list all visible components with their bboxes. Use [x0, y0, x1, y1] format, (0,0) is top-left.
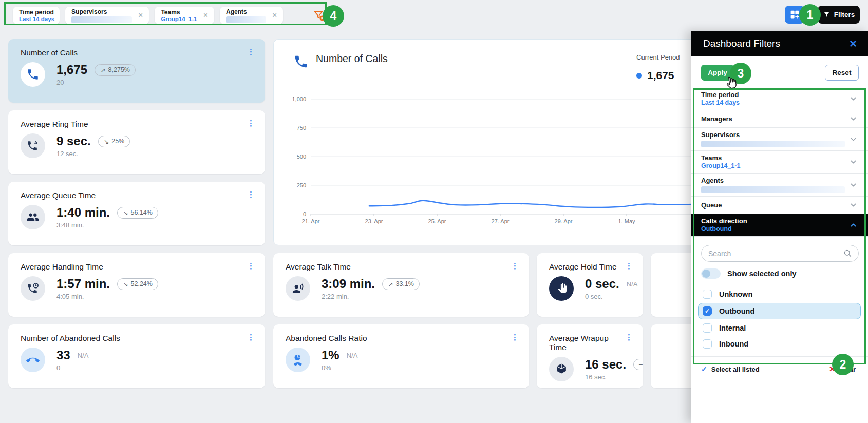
dashboard-customize-icon: [789, 9, 800, 20]
trend-badge: ↘56.14%: [117, 207, 158, 219]
na-label: N/A: [347, 352, 358, 359]
option-label: Outbound: [719, 307, 754, 315]
svg-text:1. May: 1. May: [618, 218, 635, 224]
chevron-down-icon: [849, 181, 858, 189]
kpi-title: Number of Calls: [21, 48, 78, 57]
chip-remove-icon[interactable]: ×: [271, 11, 278, 20]
trend-badge: ↘52.24%: [117, 278, 158, 290]
filter-section-value: Group14_1-1: [701, 162, 740, 170]
show-selected-only-toggle[interactable]: [701, 268, 721, 279]
option-internal[interactable]: Internal: [698, 321, 861, 335]
reset-button[interactable]: Reset: [825, 65, 859, 81]
kpi-previous-value: 12 sec.: [56, 150, 130, 158]
filter-section-label: Managers: [701, 115, 732, 123]
kpi-previous-value: 0 sec.: [585, 293, 637, 300]
kpi-previous-value: 2:22 min.: [322, 293, 420, 300]
trend-down-arrow-icon: ↘: [123, 209, 128, 217]
filters-button[interactable]: Filters: [818, 6, 860, 24]
option-unknown[interactable]: Unknown: [698, 287, 861, 301]
kebab-menu-icon[interactable]: ⋮: [244, 48, 258, 55]
chevron-down-icon: [849, 158, 858, 166]
topbar: Time periodLast 14 daysSupervisors×Teams…: [0, 0, 868, 31]
kpi-card-average-handling-time[interactable]: Average Handling Time ⋮ 1:57 min. ↘52.24…: [8, 253, 265, 317]
chip-value: Last 14 days: [19, 16, 54, 23]
active-filter-chips: Time periodLast 14 daysSupervisors×Teams…: [13, 7, 283, 24]
filter-chip-time-period[interactable]: Time periodLast 14 days: [13, 7, 60, 24]
kpi-card-average-ring-time[interactable]: Average Ring Time ⋮ 9 sec. ↘25% 12 sec.: [8, 110, 265, 174]
filter-section-managers[interactable]: Managers: [691, 110, 868, 128]
svg-text:23. Apr: 23. Apr: [365, 218, 383, 224]
filter-section-label: Agents: [701, 177, 845, 185]
chip-label: Supervisors: [71, 8, 132, 15]
option-inbound[interactable]: Inbound: [698, 337, 861, 351]
filter-section-supervisors[interactable]: Supervisors: [691, 128, 868, 151]
kpi-card-average-wrapup-time[interactable]: Average Wrapup Time ⋮ 16 sec. – 16 sec.: [537, 324, 643, 388]
filter-chip-agents[interactable]: Agents×: [220, 7, 283, 24]
chip-remove-icon[interactable]: ×: [202, 11, 209, 20]
option-label: Inbound: [719, 340, 748, 348]
chevron-up-icon: [849, 221, 858, 229]
kpi-title: Abandoned Calls Ratio: [286, 334, 367, 343]
funnel-icon: [823, 11, 831, 18]
trend-badge-value: 8,275%: [108, 66, 130, 73]
kpi-previous-value: 4:05 min.: [56, 293, 158, 300]
redacted-value: [71, 16, 132, 23]
mouse-cursor-pointer-icon: [724, 75, 739, 92]
filters-button-label: Filters: [834, 11, 855, 18]
ring-time-icon: [21, 133, 45, 158]
chip-remove-icon[interactable]: ×: [137, 11, 144, 20]
checkbox-icon[interactable]: [703, 290, 712, 299]
checkbox-icon[interactable]: [703, 339, 712, 349]
kpi-card-number-of-abandoned-calls[interactable]: Number of Abandoned Calls ⋮ 33 N/A 0: [8, 324, 265, 388]
handling-phone-clock-icon: [21, 276, 45, 301]
kebab-menu-icon[interactable]: ⋮: [244, 120, 258, 127]
kebab-menu-icon[interactable]: ⋮: [508, 262, 522, 270]
kebab-menu-icon[interactable]: ⋮: [244, 191, 258, 198]
svg-text:250: 250: [297, 182, 306, 188]
kpi-card-average-queue-time[interactable]: Average Queue Time ⋮ 1:40 min. ↘56.14% 3…: [8, 182, 265, 245]
filter-sections: Time periodLast 14 daysManagersSuperviso…: [691, 88, 868, 237]
kpi-card-average-talk-time[interactable]: Average Talk Time ⋮ 3:09 min. ↗33.1% 2:2…: [273, 253, 529, 317]
kebab-menu-icon[interactable]: ⋮: [508, 334, 522, 341]
kpi-value: 1,675: [56, 63, 87, 77]
kpi-card-abandoned-calls-ratio[interactable]: Abandoned Calls Ratio ⋮ 1% N/A 0%: [273, 324, 529, 388]
option-outbound[interactable]: ✓Outbound: [698, 303, 861, 319]
kpi-title: Average Wrapup Time: [549, 334, 622, 352]
kpi-card-number-of-calls[interactable]: Number of Calls ⋮ 1,675 ↗8,275% 20: [8, 39, 265, 103]
close-icon[interactable]: ×: [850, 38, 857, 49]
kpi-previous-value: 0%: [322, 364, 357, 372]
filter-section-teams[interactable]: TeamsGroup14_1-1: [691, 151, 868, 174]
filter-section-time-period[interactable]: Time periodLast 14 days: [691, 88, 868, 110]
checkbox-checked-icon[interactable]: ✓: [703, 306, 712, 316]
kebab-menu-icon[interactable]: ⋮: [622, 262, 636, 270]
filter-section-calls-direction[interactable]: Calls directionOutbound: [691, 214, 868, 237]
redacted-value: [226, 16, 266, 23]
chip-label: Teams: [161, 9, 197, 16]
trend-up-arrow-icon: ↗: [100, 66, 105, 74]
divider: [691, 284, 868, 284]
hold-hand-icon: [549, 276, 574, 301]
search-input[interactable]: [701, 245, 859, 262]
filter-chip-teams[interactable]: TeamsGroup14_1-1×: [155, 7, 214, 24]
check-icon: ✓: [701, 365, 707, 373]
chip-value: Group14_1-1: [161, 16, 197, 23]
abandoned-call-icon: [21, 348, 45, 372]
select-all-listed-button[interactable]: ✓ Select all listed: [701, 365, 760, 373]
trend-badge-value: 56.14%: [131, 209, 153, 216]
checkbox-icon[interactable]: [703, 323, 712, 333]
filter-section-queue[interactable]: Queue: [691, 197, 868, 214]
kpi-card-average-hold-time[interactable]: Average Hold Time ⋮ 0 sec. N/A 0 sec.: [537, 253, 643, 317]
kebab-menu-icon[interactable]: ⋮: [244, 262, 258, 270]
option-label: Unknown: [719, 290, 752, 298]
filter-chip-supervisors[interactable]: Supervisors×: [65, 7, 149, 24]
panel-title: Dashboard Filters: [703, 38, 780, 49]
wrapup-box-icon: [549, 357, 574, 381]
kebab-menu-icon[interactable]: ⋮: [622, 334, 636, 341]
filter-section-agents[interactable]: Agents: [691, 174, 868, 197]
kpi-value: 9 sec.: [56, 134, 91, 148]
kebab-menu-icon[interactable]: ⋮: [244, 334, 258, 341]
kpi-title: Number of Abandoned Calls: [21, 334, 120, 343]
kpi-title: Average Ring Time: [21, 120, 88, 129]
trend-badge-value: 52.24%: [131, 280, 153, 287]
filter-section-label: Supervisors: [701, 131, 845, 139]
